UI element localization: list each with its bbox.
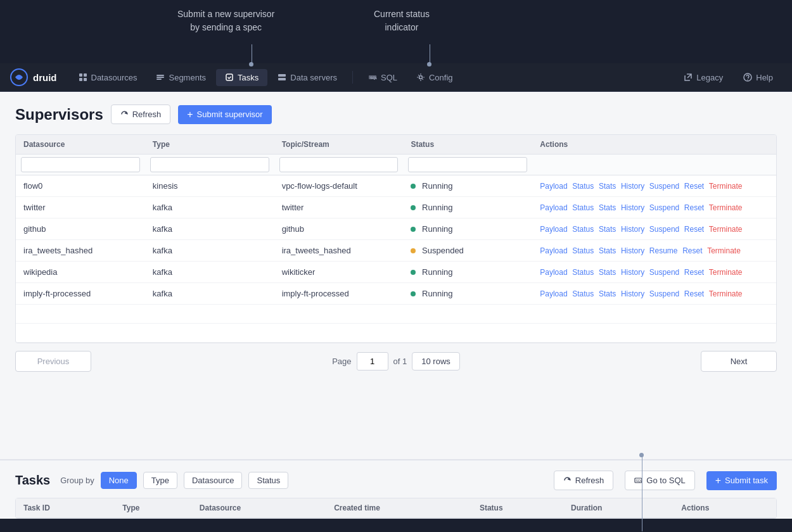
action-history[interactable]: History (621, 182, 644, 191)
dataservers-icon (278, 73, 286, 82)
pagination-center: Page of 1 10 rows (332, 352, 460, 370)
col-status: Status (403, 135, 532, 155)
nav-item-sql[interactable]: SQL SQL (359, 69, 406, 86)
filter-row (16, 155, 776, 175)
action-suspend[interactable]: Suspend (649, 203, 679, 212)
cell-actions: Payload Status Stats History Suspend Res… (532, 262, 776, 283)
action-history[interactable]: History (621, 203, 644, 212)
action-payload[interactable]: Payload (540, 268, 567, 277)
plus-icon: + (187, 110, 193, 120)
brand: druid (10, 68, 57, 86)
group-none-button[interactable]: None (101, 472, 137, 489)
action-status[interactable]: Status (572, 246, 594, 255)
nav-label-tasks: Tasks (238, 73, 259, 82)
action-terminate[interactable]: Terminate (709, 225, 743, 234)
action-payload[interactable]: Payload (540, 203, 567, 212)
nav-label-dataservers: Data servers (290, 73, 337, 82)
nav-label-help: Help (756, 73, 773, 82)
sql-icon: SQL (368, 73, 377, 82)
action-terminate[interactable]: Terminate (707, 246, 741, 255)
action-stats[interactable]: Stats (599, 268, 616, 277)
cell-actions: Payload Status Stats History Suspend Res… (532, 283, 776, 305)
next-button[interactable]: Next (701, 351, 777, 372)
nav-label-segments: Segments (169, 73, 206, 82)
action-reset[interactable]: Reset (684, 225, 704, 234)
group-datasource-button[interactable]: Datasource (184, 472, 242, 489)
action-terminate[interactable]: Terminate (709, 268, 743, 277)
action-payload[interactable]: Payload (540, 225, 567, 234)
submit-supervisor-label: Submit supervisor (197, 110, 263, 119)
filter-datasource[interactable] (21, 157, 140, 172)
filter-topic[interactable] (279, 157, 399, 172)
action-suspend[interactable]: Suspend (649, 268, 679, 277)
tasks-refresh-label: Refresh (575, 476, 604, 485)
action-reset[interactable]: Reset (684, 289, 704, 298)
nav-item-datasources[interactable]: Datasources (70, 69, 146, 86)
tasks-refresh-icon (563, 476, 572, 484)
action-status[interactable]: Status (572, 289, 594, 298)
cell-type: kafka (145, 262, 274, 283)
action-stats[interactable]: Stats (599, 225, 616, 234)
submit-supervisor-button[interactable]: + Submit supervisor (178, 105, 271, 124)
action-terminate[interactable]: Terminate (709, 203, 743, 212)
action-status[interactable]: Status (572, 182, 594, 191)
submit-annotation-text: Submit a new supervisor by sending a spe… (177, 8, 274, 34)
go-to-sql-button[interactable]: SQL Go to SQL (625, 471, 694, 490)
action-resume[interactable]: Resume (649, 246, 678, 255)
tasks-refresh-button[interactable]: Refresh (554, 471, 614, 490)
action-payload[interactable]: Payload (540, 182, 567, 191)
nav-item-segments[interactable]: Segments (147, 69, 215, 86)
nav-item-help[interactable]: Help (734, 69, 782, 86)
submit-annotation-dot (249, 62, 253, 66)
status-annotation-text: Current status indicator (374, 8, 430, 34)
action-suspend[interactable]: Suspend (649, 182, 679, 191)
cell-topic: twitter (274, 197, 404, 218)
action-history[interactable]: History (621, 246, 644, 255)
nav-item-legacy[interactable]: Legacy (675, 69, 732, 86)
action-reset[interactable]: Reset (684, 203, 704, 212)
action-history[interactable]: History (621, 225, 644, 234)
action-stats[interactable]: Stats (599, 289, 616, 298)
action-status[interactable]: Status (572, 203, 594, 212)
action-status[interactable]: Status (572, 268, 594, 277)
filter-type[interactable] (150, 157, 269, 172)
submit-task-button[interactable]: + Submit task (706, 471, 777, 490)
refresh-button[interactable]: Refresh (111, 104, 171, 124)
action-reset[interactable]: Reset (684, 268, 704, 277)
action-terminate[interactable]: Terminate (709, 182, 743, 191)
action-payload[interactable]: Payload (540, 289, 567, 298)
action-reset[interactable]: Reset (684, 182, 704, 191)
nav-item-config[interactable]: Config (407, 69, 462, 86)
group-type-button[interactable]: Type (143, 472, 177, 489)
action-terminate[interactable]: Terminate (709, 289, 743, 298)
nav-item-tasks[interactable]: Tasks (216, 69, 267, 86)
action-stats[interactable]: Stats (599, 246, 616, 255)
action-suspend[interactable]: Suspend (649, 289, 679, 298)
action-status[interactable]: Status (572, 225, 594, 234)
table-row: wikipedia kafka wikiticker Running Paylo… (16, 262, 776, 283)
action-payload[interactable]: Payload (540, 246, 567, 255)
table-row: flow0 kinesis vpc-flow-logs-default Runn… (16, 175, 776, 197)
action-history[interactable]: History (621, 289, 644, 298)
previous-button[interactable]: Previous (15, 351, 91, 372)
action-reset[interactable]: Reset (682, 246, 702, 255)
group-status-button[interactable]: Status (248, 472, 288, 489)
rows-per-page-button[interactable]: 10 rows (412, 352, 460, 370)
legacy-icon (684, 73, 693, 82)
tasks-col-status: Status (472, 498, 563, 518)
page-number-input[interactable] (357, 352, 388, 370)
nav-label-datasources: Datasources (91, 73, 137, 82)
pagination-bar: Previous Page of 1 10 rows Next (15, 343, 777, 379)
tasks-col-actions: Actions (674, 498, 776, 518)
action-stats[interactable]: Stats (599, 203, 616, 212)
status-text: Running (422, 267, 452, 277)
action-history[interactable]: History (621, 268, 644, 277)
filter-status[interactable] (408, 157, 527, 172)
action-stats[interactable]: Stats (599, 182, 616, 191)
nav-item-dataservers[interactable]: Data servers (269, 69, 346, 86)
cell-topic: imply-ft-processed (274, 283, 404, 305)
cell-type: kafka (145, 240, 274, 262)
action-suspend[interactable]: Suspend (649, 225, 679, 234)
status-dot (411, 205, 416, 210)
cell-topic: vpc-flow-logs-default (274, 175, 404, 197)
